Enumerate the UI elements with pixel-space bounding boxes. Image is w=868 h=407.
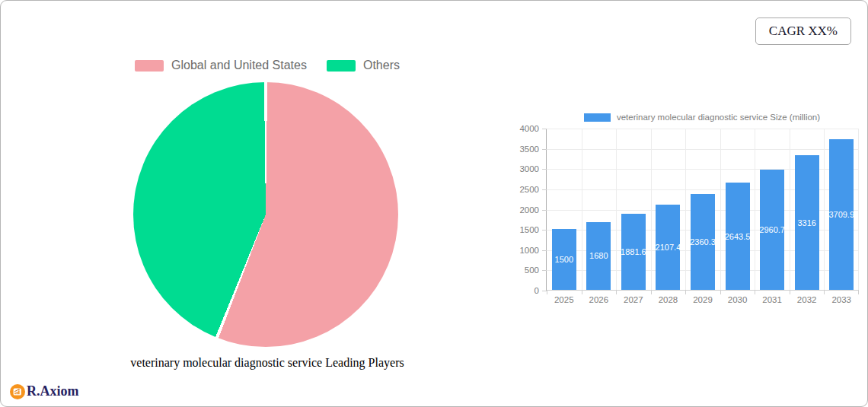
x-axis-tick (547, 290, 547, 294)
x-axis-category-label: 2026 (589, 295, 609, 304)
bar-2027[interactable] (621, 214, 646, 290)
y-axis-tick-label: 0 (507, 286, 539, 295)
pie-legend-item-others[interactable]: Others (327, 59, 400, 72)
y-axis-tick (542, 250, 547, 251)
bar-legend-label: veterinary molecular diagnostic service … (617, 113, 820, 122)
x-axis-tick (616, 290, 617, 294)
x-axis-tick (651, 290, 652, 294)
report-card: CAGR XX% Global and United States Others… (0, 0, 868, 407)
x-axis-tick (685, 290, 686, 294)
x-axis-category-label: 2031 (762, 295, 782, 304)
y-axis-tick (542, 270, 547, 271)
gridline (824, 129, 825, 290)
bar-2029[interactable] (691, 194, 715, 290)
brand-logo: R.Axiom (10, 383, 79, 399)
y-axis-tick (542, 149, 547, 150)
pie-chart[interactable] (133, 82, 398, 347)
x-axis-category-label: 2030 (728, 295, 748, 304)
y-axis-tick (542, 169, 547, 170)
y-axis-tick-label: 2500 (507, 185, 539, 194)
y-axis-tick-label: 3500 (507, 145, 539, 154)
gridline (755, 129, 755, 290)
x-axis-category-label: 2032 (797, 295, 817, 304)
gridline (858, 129, 859, 290)
x-axis-tick (824, 290, 825, 294)
x-axis-tick (858, 290, 859, 294)
pie-legend-label-others: Others (363, 59, 400, 72)
y-axis-tick (542, 129, 547, 129)
x-axis-tick (720, 290, 721, 294)
brand-name: R.Axiom (27, 383, 79, 399)
bar-2030[interactable] (726, 183, 750, 290)
y-axis-tick-label: 500 (507, 266, 539, 275)
gridline (547, 129, 858, 129)
gridline (651, 129, 652, 290)
x-axis-category-label: 2033 (831, 295, 851, 304)
bar-legend-swatch (584, 113, 611, 122)
gridline (547, 149, 858, 150)
bar-2026[interactable] (586, 222, 611, 290)
gridline (582, 129, 582, 290)
x-axis-category-label: 2029 (693, 295, 713, 304)
x-axis-tick (582, 290, 582, 294)
x-axis-category-label: 2025 (554, 295, 574, 304)
y-axis-tick-label: 1500 (507, 225, 539, 234)
y-axis-tick-label: 1000 (507, 246, 539, 255)
y-axis-tick (542, 210, 547, 211)
y-axis-tick-label: 4000 (507, 124, 539, 133)
gridline (790, 129, 790, 290)
bar-2025[interactable] (552, 229, 576, 290)
x-axis-tick (755, 290, 755, 294)
pie-legend: Global and United States Others (1, 59, 534, 72)
bar-chart: 0500100015002000250030003500400015002025… (546, 129, 858, 291)
y-axis-tick-label: 3000 (507, 164, 539, 173)
bar-legend[interactable]: veterinary molecular diagnostic service … (546, 113, 858, 122)
x-axis-tick (790, 290, 790, 294)
growth-chart-icon (10, 384, 25, 399)
x-axis-category-label: 2028 (659, 295, 678, 304)
bar-2028[interactable] (656, 205, 680, 290)
y-axis-tick-label: 2000 (507, 205, 539, 215)
bar-2032[interactable] (795, 155, 819, 290)
pie-legend-label-global: Global and United States (171, 59, 307, 72)
pie-chart-title: veterinary molecular diagnostic service … (1, 356, 534, 370)
bar-2031[interactable] (760, 170, 784, 290)
gridline (616, 129, 617, 290)
y-axis-tick (542, 189, 547, 190)
legend-swatch-others (327, 60, 356, 72)
pie-legend-item-global[interactable]: Global and United States (135, 59, 307, 72)
gridline (720, 129, 721, 290)
gridline (685, 129, 686, 290)
bar-2033[interactable] (829, 139, 854, 290)
y-axis-tick (542, 230, 547, 231)
legend-swatch-global (135, 60, 164, 72)
cagr-button[interactable]: CAGR XX% (755, 17, 851, 45)
x-axis-category-label: 2027 (624, 295, 643, 304)
